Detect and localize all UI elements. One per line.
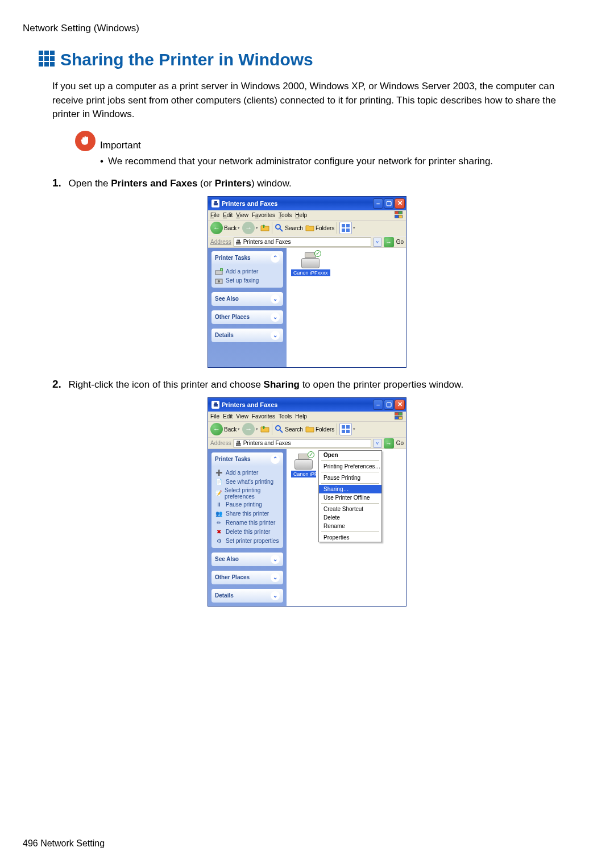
minimize-button[interactable]: – <box>373 198 383 209</box>
address-label: Address <box>210 440 231 446</box>
expand-icon[interactable]: ⌄ <box>271 591 280 600</box>
menu-tools[interactable]: Tools <box>279 212 292 218</box>
go-button[interactable]: → <box>384 438 394 448</box>
task-set-properties[interactable]: ⚙Set printer properties <box>215 537 280 546</box>
menu-tools[interactable]: Tools <box>279 413 292 420</box>
important-label: Important <box>100 140 141 151</box>
expand-icon[interactable]: ⌄ <box>271 294 280 304</box>
panel-printer-tasks: Printer Tasks⌃ ➕Add a printer 📄See what'… <box>211 452 283 548</box>
expand-icon[interactable]: ⌄ <box>271 555 280 564</box>
ctx-open[interactable]: Open <box>319 451 381 459</box>
ctx-sharing[interactable]: Sharing… <box>319 485 381 493</box>
task-rename-printer[interactable]: ✏Rename this printer <box>215 518 280 528</box>
svg-point-7 <box>276 426 280 430</box>
panel-other-places-header[interactable]: Other Places <box>215 314 250 320</box>
toolbar: ←Back ▾ → ▾ Search Folders ▾ <box>208 221 406 236</box>
default-checkmark-icon: ✓ <box>314 250 321 257</box>
default-checkmark-icon: ✓ <box>308 451 314 458</box>
menu-edit[interactable]: Edit <box>223 413 233 420</box>
ctx-properties[interactable]: Properties <box>319 533 381 542</box>
printer-icon-item[interactable]: ✓ Canon iPF <box>291 454 316 477</box>
window-icon: 🖶 <box>211 401 219 409</box>
back-button[interactable]: ←Back ▾ <box>210 222 240 234</box>
menu-favorites[interactable]: Favorites <box>252 413 275 420</box>
ctx-delete[interactable]: Delete <box>319 513 381 522</box>
panel-details-header[interactable]: Details <box>215 332 234 338</box>
menu-edit[interactable]: Edit <box>223 212 233 218</box>
task-see-whats-printing[interactable]: 📄See what's printing <box>215 477 280 487</box>
task-pause-printing[interactable]: ⏸Pause printing <box>215 500 280 509</box>
panel-see-also-header[interactable]: See Also <box>215 556 239 562</box>
sidebar: Printer Tasks⌃ ➕Add a printer 📄See what'… <box>208 449 287 606</box>
search-button[interactable]: Search <box>275 425 303 434</box>
printer-icon-item[interactable]: ✓ Canon iPFxxxx <box>291 252 330 276</box>
maximize-button[interactable]: ▢ <box>384 400 394 410</box>
ctx-rename[interactable]: Rename <box>319 522 381 530</box>
address-input[interactable]: 🖶Printers and Faxes <box>234 238 371 247</box>
up-button[interactable] <box>260 425 269 434</box>
folders-button[interactable]: Folders <box>305 223 334 232</box>
task-delete-printer[interactable]: ✖Delete this printer <box>215 528 280 537</box>
step-2-pre: Right-click the icon of this printer and… <box>69 379 264 390</box>
forward-button[interactable]: → ▾ <box>242 222 258 234</box>
ctx-printing-preferences[interactable]: Printing Preferences… <box>319 462 381 471</box>
ctx-use-offline[interactable]: Use Printer Offline <box>319 493 381 502</box>
task-share-printer[interactable]: 👥Share this printer <box>215 509 280 518</box>
back-button[interactable]: ←Back ▾ <box>210 423 240 435</box>
panel-printer-tasks-header[interactable]: Printer Tasks <box>215 255 251 261</box>
expand-icon[interactable]: ⌄ <box>271 331 280 340</box>
close-button[interactable]: ✕ <box>395 400 405 410</box>
menu-view[interactable]: View <box>236 413 248 420</box>
folders-button[interactable]: Folders <box>305 425 334 434</box>
menu-help[interactable]: Help <box>295 212 307 218</box>
content-area: ✓ Canon iPF Open Printing Preferences… P… <box>287 449 406 606</box>
page-header-section: Network Setting (Windows) <box>23 23 591 34</box>
menu-view[interactable]: View <box>236 212 248 218</box>
menu-favorites[interactable]: Favorites <box>252 212 275 218</box>
panel-other-places: Other Places⌄ <box>211 571 283 584</box>
step-1-bold-2: Printers <box>215 178 251 189</box>
collapse-icon[interactable]: ⌃ <box>271 254 280 263</box>
views-button[interactable]: ▾ <box>339 423 355 435</box>
titlebar: 🖶 Printers and Faxes – ▢ ✕ <box>208 197 406 210</box>
panel-other-places-header[interactable]: Other Places <box>215 574 250 580</box>
svg-line-1 <box>280 229 283 231</box>
important-hand-icon <box>75 131 96 151</box>
panel-see-also-header[interactable]: See Also <box>215 296 239 302</box>
collapse-icon[interactable]: ⌃ <box>271 455 280 464</box>
address-dropdown[interactable]: v <box>374 439 381 448</box>
panel-printer-tasks-header[interactable]: Printer Tasks <box>215 456 251 462</box>
printer-device-icon: ✓ <box>300 252 321 268</box>
minimize-button[interactable]: – <box>373 400 383 410</box>
step-2-bold: Sharing <box>264 379 300 390</box>
menu-file[interactable]: File <box>210 212 219 218</box>
expand-icon[interactable]: ⌄ <box>271 313 280 322</box>
task-add-printer[interactable]: ➕Add a printer <box>215 468 280 477</box>
forward-button[interactable]: → ▾ <box>242 423 258 435</box>
menu-help[interactable]: Help <box>295 413 307 420</box>
address-input[interactable]: 🖶Printers and Faxes <box>234 439 371 448</box>
step-1-text-pre: Open the <box>69 178 111 189</box>
screenshot-2-window: 🖶 Printers and Faxes – ▢ ✕ File Edit Vie… <box>208 397 406 607</box>
ctx-create-shortcut[interactable]: Create Shortcut <box>319 505 381 513</box>
address-dropdown[interactable]: v <box>374 238 381 247</box>
panel-details-header[interactable]: Details <box>215 592 234 599</box>
page-title: Sharing the Printer in Windows <box>60 50 313 69</box>
task-setup-faxing[interactable]: Set up faxing <box>215 276 280 285</box>
content-area: ✓ Canon iPFxxxx <box>287 248 406 367</box>
windows-flag-icon <box>395 211 404 219</box>
views-button[interactable]: ▾ <box>339 222 355 234</box>
intro-paragraph: If you set up a computer as a print serv… <box>52 80 569 122</box>
expand-icon[interactable]: ⌄ <box>271 573 280 582</box>
search-button[interactable]: Search <box>275 223 303 232</box>
task-select-preferences[interactable]: 📝Select printing preferences <box>215 487 280 500</box>
close-button[interactable]: ✕ <box>395 198 405 209</box>
task-add-printer[interactable]: +Add a printer <box>215 267 280 276</box>
step-1-bold-1: Printers and Faxes <box>111 178 197 189</box>
menu-file[interactable]: File <box>210 413 219 420</box>
up-button[interactable] <box>260 223 269 232</box>
menubar: File Edit View Favorites Tools Help <box>208 412 406 422</box>
ctx-pause-printing[interactable]: Pause Printing <box>319 474 381 482</box>
maximize-button[interactable]: ▢ <box>384 198 394 209</box>
go-button[interactable]: → <box>384 237 394 247</box>
